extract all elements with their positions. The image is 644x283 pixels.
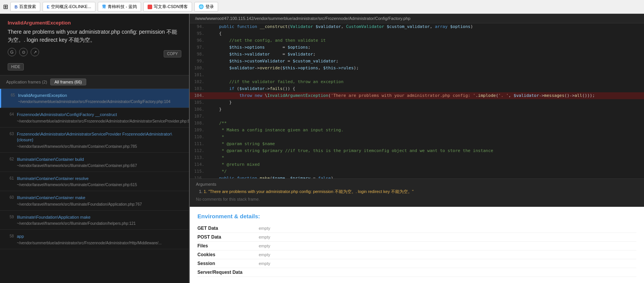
stack-item-64[interactable]: 64 Frozennode\Administrator\Config\Facto…	[0, 108, 189, 127]
search-icon[interactable]: ⊙	[19, 48, 28, 56]
code-line-113: 113. *	[190, 154, 644, 161]
error-header: InvalidArgumentException There are probl…	[0, 14, 189, 75]
env-key-post: POST Data	[197, 234, 259, 240]
stack-name-62: Illuminate\Container\Container build	[17, 157, 84, 162]
stack-file-64: ~/vendor/summerblue/administrator/src/Fr…	[6, 119, 183, 123]
environment-section: Environment & details: GET Data empty PO…	[190, 207, 644, 283]
stack-list: 65 InvalidArgumentException ~/vendor/sum…	[0, 89, 189, 283]
error-title: InvalidArgumentException	[8, 20, 181, 26]
code-line-110: 110. *	[190, 134, 644, 141]
env-value-cookies: empty	[259, 252, 270, 257]
env-key-server: Server/Request Data	[197, 270, 259, 275]
frames-bar: Application frames (2) All frames (66)	[0, 75, 189, 89]
code-line-104: 104. throw new \InvalidArgumentException…	[190, 92, 644, 99]
code-area[interactable]: 94. public function __construct(Validato…	[190, 23, 644, 178]
env-value-session: empty	[259, 261, 270, 266]
env-key-files: Files	[197, 243, 259, 249]
arguments-label: Arguments	[196, 182, 638, 186]
right-panel: /www/wwwroot/47.100.115.142/vendor/summe…	[190, 14, 644, 283]
env-row-post: POST Data empty	[197, 233, 636, 242]
stack-file-62: ~/vendor/laravel/framework/src/Illuminat…	[6, 164, 183, 168]
env-row-get: GET Data empty	[197, 224, 636, 233]
stack-num-58: 58	[6, 234, 14, 238]
stack-name-63: Frozennode\Administrator\AdministratorSe…	[17, 131, 183, 143]
code-line-98: 98. $this->validator = $validator;	[190, 51, 644, 58]
hide-button[interactable]: HIDE	[8, 63, 24, 70]
env-value-files: empty	[259, 244, 270, 248]
stack-item-62[interactable]: 62 Illuminate\Container\Container build …	[0, 153, 189, 172]
stack-file-61: ~/vendor/laravel/framework/src/Illuminat…	[6, 183, 183, 187]
code-line-96: 96. //set the config, and then validate …	[190, 37, 644, 44]
code-line-103: 103. if ($validator->fails()) {	[190, 85, 644, 92]
stack-name-60: Illuminate\Container\Container make	[17, 195, 85, 201]
tab-login[interactable]: 🌐 登录	[194, 2, 218, 11]
stack-item-58[interactable]: 58 app ~/vendor/summerblue/administrator…	[0, 230, 189, 249]
env-row-session: Session empty	[197, 259, 636, 268]
stack-name-65: InvalidArgumentException	[18, 93, 67, 98]
code-line-112: 112. * @param string $primary //if true,…	[190, 147, 644, 154]
stack-item-61[interactable]: 61 Illuminate\Container\Container resolv…	[0, 172, 189, 191]
file-path-bar: /www/wwwroot/47.100.115.142/vendor/summe…	[190, 14, 644, 23]
browser-chrome: ⊞ B 百度搜索 E 空间概况-EOLINKE... 青 青柿科技 - 蓝鸽 写…	[0, 0, 644, 14]
main-container: InvalidArgumentException There are probl…	[0, 14, 644, 283]
stack-file-59: ~/vendor/laravel/framework/src/Illuminat…	[6, 221, 183, 226]
code-line-109: 109. * Makes a config instance given an …	[190, 127, 644, 134]
stack-num-63: 63	[6, 132, 14, 136]
code-line-114: 114. * @return mixed	[190, 161, 644, 168]
code-line-94: 94. public function __construct(Validato…	[190, 23, 644, 30]
argument-string: 1. "There are problems with your adminis…	[204, 189, 414, 194]
code-line-105: 105. }	[190, 99, 644, 106]
stack-name-61: Illuminate\Container\Container resolve	[17, 176, 89, 182]
env-row-files: Files empty	[197, 242, 636, 250]
error-message: There are problems with your administrat…	[8, 28, 181, 44]
tab-baidu[interactable]: B 百度搜索	[10, 2, 40, 11]
tab-eolink[interactable]: E 空间概况-EOLINKE...	[43, 2, 95, 11]
stack-item-60[interactable]: 60 Illuminate\Container\Container make ~…	[0, 191, 189, 210]
share-icon[interactable]: ↗	[31, 48, 39, 56]
copy-button[interactable]: COPY	[164, 50, 181, 57]
stack-num-59: 59	[6, 215, 14, 219]
code-line-102: 102. //if the validator failed, throw an…	[190, 79, 644, 85]
env-key-cookies: Cookies	[197, 252, 259, 257]
code-line-97: 97. $this->options = $options;	[190, 44, 644, 51]
code-line-107: 107.	[190, 113, 644, 120]
code-line-115: 115. */	[190, 168, 644, 175]
environment-title: Environment & details:	[197, 213, 636, 219]
arguments-section: Arguments 1. 1. "There are problems with…	[190, 178, 644, 207]
stack-num-64: 64	[6, 112, 14, 116]
google-icon[interactable]: G	[8, 48, 16, 56]
stack-file-58: ~/vendor/summerblue/administrator/src/Fr…	[6, 241, 183, 245]
stack-file-63: ~/vendor/laravel/framework/src/Illuminat…	[6, 144, 183, 149]
stack-item-65[interactable]: 65 InvalidArgumentException ~/vendor/sum…	[0, 89, 189, 108]
csdn-favicon	[148, 5, 152, 9]
env-row-server: Server/Request Data	[197, 268, 636, 277]
stack-name-58: app	[17, 234, 24, 239]
apps-icon[interactable]: ⊞	[3, 3, 8, 10]
stack-item-63[interactable]: 63 Frozennode\Administrator\Administrato…	[0, 128, 189, 153]
left-panel: InvalidArgumentException There are probl…	[0, 14, 190, 283]
no-comments: No comments for this stack frame.	[196, 195, 638, 204]
error-icons: G ⊙ ↗	[8, 48, 39, 56]
stack-file-65: ~/vendor/summerblue/administrator/src/Fr…	[7, 100, 183, 104]
code-line-95: 95. {	[190, 30, 644, 37]
tab-qingshi[interactable]: 青 青柿科技 - 蓝鸽	[98, 2, 141, 11]
env-key-get: GET Data	[197, 226, 259, 231]
stack-num-65: 65	[7, 93, 15, 97]
stack-name-64: Frozennode\Administrator\Config\Factory …	[17, 112, 117, 118]
env-value-get: empty	[259, 226, 270, 231]
stack-item-59[interactable]: 59 Illuminate\Foundation\Application mak…	[0, 211, 189, 230]
env-row-cookies: Cookies empty	[197, 250, 636, 259]
code-line-100: 100. $validator->override($this->options…	[190, 65, 644, 72]
stack-num-61: 61	[6, 176, 14, 180]
code-line-116: 116. public function make($name, $primar…	[190, 175, 644, 178]
app-frames-label: Application frames (2)	[6, 80, 47, 84]
stack-file-60: ~/vendor/laravel/framework/src/Illuminat…	[6, 202, 183, 206]
code-line-101: 101.	[190, 72, 644, 79]
code-line-106: 106. }	[190, 106, 644, 113]
code-line-99: 99. $this->customValidator = $custom_val…	[190, 58, 644, 65]
argument-item: 1. 1. "There are problems with your admi…	[199, 189, 638, 195]
tab-csdn[interactable]: 写文章-CSDN博客	[143, 2, 192, 11]
stack-num-60: 60	[6, 195, 14, 200]
code-line-111: 111. * @param string $name	[190, 141, 644, 147]
all-frames-button[interactable]: All frames (66)	[50, 79, 86, 85]
